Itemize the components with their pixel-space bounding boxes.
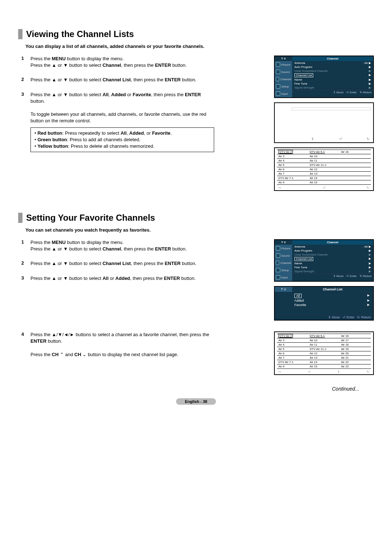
osd-row[interactable]: Auto Program ▶	[292, 65, 373, 69]
step-number: 2	[18, 260, 24, 267]
channel-cell[interactable]: Air 15	[308, 364, 339, 369]
osd-right-title: Channel	[292, 56, 373, 61]
channel-cell[interactable]	[340, 159, 371, 163]
osd-footer: ⇕ Move⏎ Enter↻ Return	[292, 90, 373, 95]
section1-title: Viewing the Channel Lists	[18, 29, 374, 39]
list-item-all[interactable]: All▶	[294, 293, 369, 298]
osd-tab-input[interactable]: Input	[275, 90, 292, 97]
channel-cell[interactable]: Air 19	[340, 347, 371, 351]
return-hint: ↻ Return	[360, 91, 372, 94]
channel-cell[interactable]	[340, 154, 371, 159]
move-icon: ⇔	[278, 186, 281, 189]
channel-cell[interactable]: Air 6	[277, 351, 308, 356]
move-hint: ⇕ Move	[333, 91, 344, 94]
step-number: 2	[18, 77, 24, 83]
channel-cell[interactable]: Air 3	[277, 154, 308, 159]
channel-cell[interactable]	[340, 163, 371, 167]
channel-cell[interactable]: DTV Air 7-1	[277, 176, 308, 180]
osd-tab-channel[interactable]: Channel	[275, 76, 292, 83]
channel-cell[interactable]: Air 7	[277, 172, 308, 176]
osd-row[interactable]: Antenna: Air ▶	[292, 61, 373, 65]
channel-cell[interactable]: Air 5	[277, 347, 308, 351]
channel-cell[interactable]: Air 6	[277, 167, 308, 172]
channel-cell[interactable]: Air 11	[308, 343, 339, 347]
return-icon: ↻	[367, 370, 369, 374]
channel-cell[interactable]: DTV Air 2	[277, 150, 308, 154]
osd-tab-sound[interactable]: Sound	[275, 252, 292, 259]
channel-cell[interactable]: DTV Air 11-1	[308, 163, 339, 167]
section2-screens-a: T VPictureSoundChannelSetupInputChannelA…	[221, 239, 374, 321]
channel-cell[interactable]: Air 12	[308, 351, 339, 356]
section1-content: 1Press the MENU button to display the me…	[18, 56, 374, 191]
channel-cell[interactable]: Air 15	[308, 180, 339, 185]
channel-cell[interactable]: Air 18	[340, 343, 371, 347]
osd-row[interactable]: Signal Strength ▶	[292, 269, 373, 273]
channel-cell[interactable]: Air 14	[308, 360, 339, 364]
osd-tab-picture[interactable]: Picture	[275, 245, 292, 252]
enter-hint: ⏎ Enter	[346, 274, 356, 278]
channel-cell[interactable]: DTV Air 9-1	[308, 150, 339, 154]
channel-cell[interactable]: Air 9	[277, 180, 308, 185]
channel-cell[interactable]: Air 16	[340, 334, 371, 338]
osd-row[interactable]: Clear Scrambled Channel ▶	[292, 69, 373, 73]
channel-cell[interactable]: Air 11	[308, 159, 339, 163]
channel-cell[interactable]: Air 13	[308, 172, 339, 176]
channel-cell[interactable]: Air 10	[308, 154, 339, 159]
channel-cell[interactable]	[340, 180, 371, 185]
channel-cell[interactable]: Air 22	[340, 360, 371, 364]
channel-cell[interactable]: Air 12	[308, 167, 339, 172]
channel-cell[interactable]: Air 3	[277, 338, 308, 343]
channel-grid-2: DTV Air 2DTV Air 9-1Air 16Air 3Air 10Air…	[274, 331, 374, 375]
osd-tab-sound[interactable]: Sound	[275, 68, 292, 76]
step-body: Press the ▲ or ▼ button to select Channe…	[30, 260, 214, 267]
page-number-badge: English - 38	[176, 398, 216, 405]
setup-icon	[276, 84, 280, 89]
channel-cell[interactable]: Air 20	[340, 351, 371, 356]
section1-intro: You can display a list of all channels, …	[25, 44, 374, 49]
osd-row[interactable]: Fine Tune ▶	[292, 82, 373, 86]
list-item-favorite[interactable]: Favorite▶	[294, 303, 369, 307]
list-item-added[interactable]: Added▶	[294, 298, 369, 303]
channel-cell[interactable]: DTV Air 9-1	[308, 334, 339, 338]
osd-tab-channel[interactable]: Channel	[275, 259, 292, 266]
channel-icon	[276, 261, 279, 265]
channel-cell[interactable]: Air 10	[308, 338, 339, 343]
channel-cell[interactable]: DTV Air 11-1	[308, 347, 339, 351]
osd-row[interactable]: Auto Program ▶	[292, 249, 373, 253]
channel-cell[interactable]: DTV Air 2	[277, 334, 308, 338]
channel-cell[interactable]: Air 4	[277, 159, 308, 163]
osd-tab-setup[interactable]: Setup	[275, 266, 292, 274]
channel-cell[interactable]: Air 5	[277, 163, 308, 167]
sound-icon	[276, 70, 280, 74]
section2-content-b: 4Press the ▲/▼/◄/► buttons to select a c…	[18, 331, 374, 375]
osd-row[interactable]: Antenna: Air ▶	[292, 245, 373, 249]
step-number: 3	[18, 91, 24, 152]
channel-cell[interactable]: Air 16	[340, 150, 371, 154]
osd-tab-setup[interactable]: Setup	[275, 83, 292, 90]
channel-cell[interactable]: Air 21	[340, 356, 371, 360]
channel-list-menu: T VChannel ListAll▶Added▶Favorite▶⇕ Move…	[274, 286, 374, 321]
channel-cell[interactable]: Air 23	[340, 364, 371, 369]
channel-cell[interactable]	[340, 167, 371, 172]
channel-cell[interactable]: Air 17	[340, 338, 371, 343]
channel-cell[interactable]	[340, 172, 371, 176]
osd-row[interactable]: Fine Tune ▶	[292, 265, 373, 269]
step-number: 1	[18, 239, 24, 252]
osd-row[interactable]: Channel List ▶	[292, 73, 373, 78]
channel-cell[interactable]: Air 7	[277, 356, 308, 360]
sound-icon	[276, 253, 280, 258]
channel-cell[interactable]: Air 13	[308, 356, 339, 360]
osd-tab-input[interactable]: Input	[275, 274, 292, 281]
channel-cell[interactable]: Air 14	[308, 176, 339, 180]
channel-cell[interactable]: DTV Air 7-1	[277, 360, 308, 364]
step: 3Press the ▲ or ▼ button to select All, …	[18, 91, 214, 152]
osd-row[interactable]: Signal Strength ▶	[292, 86, 373, 90]
channel-cell[interactable]: Air 9	[277, 364, 308, 369]
osd-row[interactable]: Clear Scrambled Channel ▶	[292, 253, 373, 257]
channel-cell[interactable]: Air 4	[277, 343, 308, 347]
osd-row[interactable]: Channel List ▶	[292, 257, 373, 261]
channel-cell[interactable]	[340, 176, 371, 180]
osd-row[interactable]: Name ▶	[292, 78, 373, 82]
osd-row[interactable]: Name ▶	[292, 261, 373, 265]
osd-tab-picture[interactable]: Picture	[275, 61, 292, 68]
